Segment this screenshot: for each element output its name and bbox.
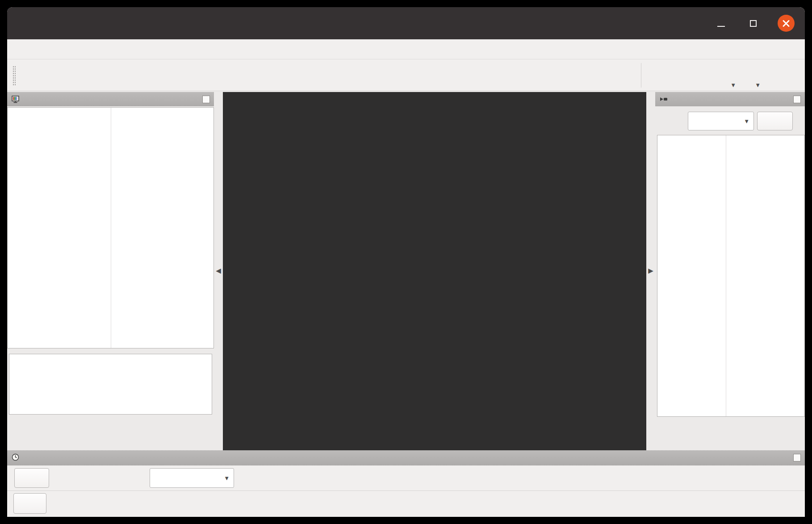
zero-button[interactable] <box>757 112 793 130</box>
chevron-down-icon[interactable]: ▼ <box>730 82 736 88</box>
displays-float-button[interactable] <box>202 96 210 103</box>
chevron-down-icon[interactable]: ▼ <box>755 82 761 88</box>
clock-icon <box>12 453 19 463</box>
time-float-button[interactable] <box>793 454 801 461</box>
main-area: ◀ ▶ ▼ <box>7 91 805 450</box>
chevron-down-icon: ▼ <box>224 475 230 482</box>
toolbar: ▼ ▼ <box>7 59 805 91</box>
view-type-dropdown[interactable]: ▼ <box>688 112 754 130</box>
right-splitter[interactable]: ▶ <box>646 91 655 450</box>
close-icon <box>778 15 795 32</box>
monitor-icon <box>12 96 20 103</box>
close-button[interactable] <box>777 14 795 32</box>
collapse-left-icon[interactable]: ◀ <box>216 267 221 275</box>
left-splitter[interactable]: ◀ <box>214 91 223 450</box>
add-tool-button[interactable] <box>698 59 713 91</box>
toolbar-grip[interactable] <box>13 66 16 85</box>
menu-bar <box>7 39 805 59</box>
window-title <box>7 7 805 39</box>
column-divider[interactable] <box>111 108 111 348</box>
minimize-button[interactable] <box>712 14 730 32</box>
3d-viewport[interactable] <box>223 92 646 450</box>
displays-description-box <box>9 354 212 415</box>
status-bar <box>7 490 805 517</box>
collapse-right-icon[interactable]: ▶ <box>648 267 653 275</box>
tool-visibility-button[interactable]: ▼ <box>741 59 756 91</box>
views-float-button[interactable] <box>793 96 801 103</box>
views-type-row: ▼ <box>655 112 805 131</box>
views-panel-header <box>655 92 805 106</box>
title-bar[interactable] <box>7 7 805 39</box>
reset-button[interactable] <box>13 493 46 514</box>
pause-button[interactable] <box>14 468 49 488</box>
maximize-icon <box>750 20 757 27</box>
column-divider[interactable] <box>726 135 726 416</box>
toolbar-separator <box>641 63 641 88</box>
time-panel-row: ▼ <box>7 465 805 490</box>
3d-scene <box>223 92 646 450</box>
camera-view-icon <box>660 96 668 102</box>
rviz-window: ▼ ▼ ◀ ▶ <box>7 7 805 517</box>
views-tree <box>657 135 805 417</box>
maximize-button[interactable] <box>744 14 762 32</box>
displays-tree <box>7 107 214 348</box>
screen-frame: ▼ ▼ ◀ ▶ <box>0 0 812 524</box>
synchronization-dropdown[interactable]: ▼ <box>150 468 234 488</box>
remove-tool-button[interactable]: ▼ <box>716 59 732 91</box>
displays-panel-header <box>7 92 214 106</box>
time-panel-header <box>7 450 805 465</box>
minimize-icon <box>717 26 725 27</box>
chevron-down-icon: ▼ <box>744 118 749 125</box>
